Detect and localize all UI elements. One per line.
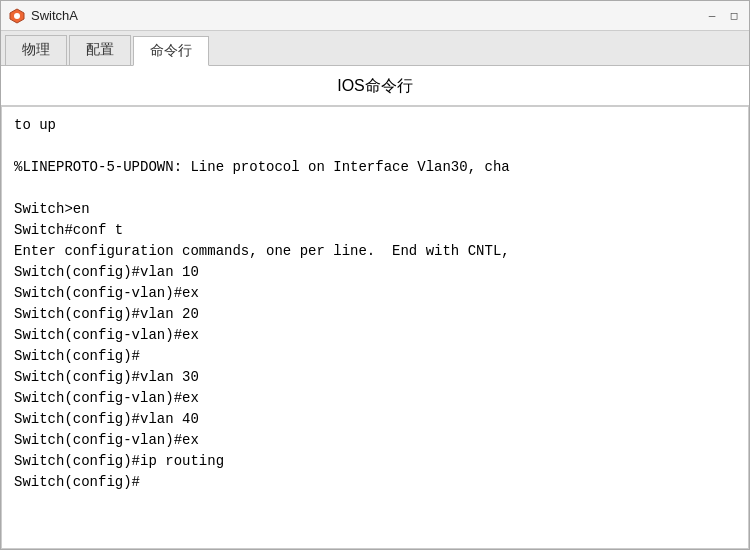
svg-point-1 [14, 13, 20, 19]
minimize-button[interactable]: — [705, 9, 719, 23]
terminal-line: Switch(config)#vlan 20 [14, 304, 736, 325]
terminal-line: Switch(config)# [14, 472, 736, 493]
terminal-line [14, 136, 736, 157]
tab-config[interactable]: 配置 [69, 35, 131, 65]
terminal-line: Switch(config-vlan)#ex [14, 388, 736, 409]
terminal-line: Switch(config)# [14, 346, 736, 367]
terminal-line: Switch(config-vlan)#ex [14, 325, 736, 346]
terminal-line: Switch(config)#ip routing [14, 451, 736, 472]
terminal-line [14, 178, 736, 199]
terminal-line: Switch(config)#vlan 10 [14, 262, 736, 283]
terminal-line: Switch(config)#vlan 30 [14, 367, 736, 388]
terminal-output[interactable]: to up %LINEPROTO-5-UPDOWN: Line protocol… [1, 106, 749, 549]
content-area: IOS命令行 to up %LINEPROTO-5-UPDOWN: Line p… [1, 66, 749, 549]
terminal-line: Switch>en [14, 199, 736, 220]
terminal-line: Enter configuration commands, one per li… [14, 241, 736, 262]
terminal-line: Switch#conf t [14, 220, 736, 241]
tab-physical[interactable]: 物理 [5, 35, 67, 65]
terminal-line: Switch(config-vlan)#ex [14, 430, 736, 451]
app-icon [9, 8, 25, 24]
terminal-line: %LINEPROTO-5-UPDOWN: Line protocol on In… [14, 157, 736, 178]
terminal-line: Switch(config-vlan)#ex [14, 283, 736, 304]
title-bar-left: SwitchA [9, 8, 78, 24]
main-window: SwitchA — □ 物理 配置 命令行 IOS命令行 to up %LINE… [0, 0, 750, 550]
terminal-line: to up [14, 115, 736, 136]
title-controls: — □ [705, 9, 741, 23]
maximize-button[interactable]: □ [727, 9, 741, 23]
terminal-line: Switch(config)#vlan 40 [14, 409, 736, 430]
title-bar: SwitchA — □ [1, 1, 749, 31]
window-title: SwitchA [31, 8, 78, 23]
tab-bar: 物理 配置 命令行 [1, 31, 749, 66]
section-title: IOS命令行 [1, 66, 749, 106]
tab-cli[interactable]: 命令行 [133, 36, 209, 66]
